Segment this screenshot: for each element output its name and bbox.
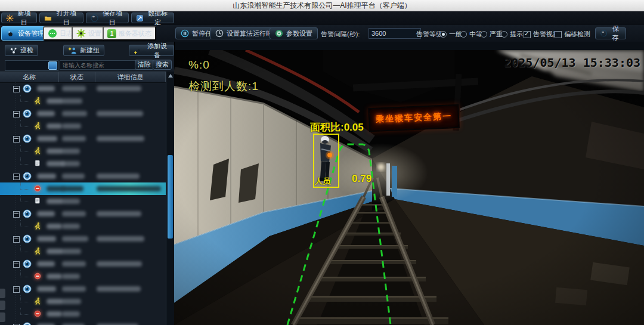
device-table-header: 名称 状态 详细信息	[0, 72, 166, 83]
new-group-button[interactable]: 新建组	[63, 45, 104, 56]
param-gear-icon	[275, 29, 283, 38]
alarm-level-radio-hint[interactable]: 提示	[501, 30, 523, 39]
tree-group-row[interactable]	[0, 82, 166, 95]
expand-toggle-icon[interactable]	[13, 286, 20, 293]
tree-device-row[interactable]	[0, 270, 166, 283]
checkbox-icon	[524, 31, 531, 38]
toolbar-band: 设备管理 日志 设置 1 服务器状态 暂停任务 设置算法运行时间 参数设置 告警…	[0, 25, 644, 42]
blurred-text	[47, 311, 62, 317]
expand-toggle-icon[interactable]	[13, 211, 20, 218]
alarm-level-radio-medium[interactable]: 中等	[460, 30, 482, 39]
tab-device-management[interactable]: 设备管理	[1, 26, 48, 41]
blurred-text	[47, 148, 63, 154]
tree-device-row[interactable]	[0, 95, 166, 107]
blurred-text	[47, 249, 63, 254]
tree-group-row[interactable]	[0, 283, 166, 295]
blurred-text	[62, 161, 80, 166]
blurred-text	[37, 174, 56, 179]
alarm-level-radio-general[interactable]: 一般	[440, 30, 462, 39]
column-status: 状态	[59, 72, 95, 82]
inspect-icon	[10, 47, 18, 55]
add-device-button[interactable]: 添加设备	[129, 45, 174, 56]
tab-log-label: 日志	[60, 29, 73, 38]
radio-icon	[481, 31, 487, 38]
alarm-icon	[33, 309, 42, 318]
blurred-text	[62, 174, 85, 179]
blurred-text	[62, 249, 81, 254]
search-label: 搜索	[156, 60, 169, 69]
tab-settings[interactable]: 设置	[72, 26, 106, 41]
blurred-text	[37, 86, 55, 91]
offset-detect-checkbox[interactable]: 偏移检测	[555, 30, 590, 39]
person-icon	[33, 222, 42, 230]
alarm-video-checkbox[interactable]: 告警视频	[524, 30, 559, 39]
expand-toggle-icon[interactable]	[13, 86, 20, 92]
tree-group-row[interactable]	[0, 258, 166, 270]
param-settings-button[interactable]: 参数设置	[270, 27, 318, 39]
blurred-text	[62, 148, 80, 154]
save-sphere-icon	[600, 29, 607, 38]
alarm-icon	[33, 184, 42, 193]
person-icon	[33, 297, 42, 305]
tree-connector	[20, 120, 29, 127]
tree-group-row[interactable]	[0, 107, 166, 120]
alarm-interval-input[interactable]	[369, 28, 421, 39]
scroll-up-icon[interactable]	[168, 74, 173, 78]
tree-group-row[interactable]	[0, 208, 166, 220]
tree-group-row[interactable]	[0, 233, 166, 245]
blurred-text	[37, 261, 55, 267]
save-label: 保存	[610, 24, 621, 42]
expand-toggle-icon[interactable]	[13, 174, 20, 180]
person-icon	[33, 147, 42, 155]
tree-device-row[interactable]	[0, 195, 166, 208]
tree-device-row[interactable]	[0, 157, 166, 170]
new-group-icon	[68, 47, 78, 55]
expand-toggle-icon[interactable]	[13, 261, 20, 268]
blurred-text	[62, 136, 86, 141]
clear-button[interactable]: 清除	[135, 60, 154, 70]
alarm-level-hint-label: 提示	[510, 30, 523, 39]
tree-device-row[interactable]	[0, 220, 166, 233]
tree-group-row[interactable]	[0, 170, 166, 182]
expand-toggle-icon[interactable]	[13, 236, 20, 243]
edge-tab[interactable]	[0, 301, 5, 310]
open-project-button[interactable]: 打开项目	[39, 13, 83, 23]
tab-device-management-label: 设备管理	[18, 29, 44, 38]
tree-device-row[interactable]	[0, 182, 166, 195]
expand-toggle-icon[interactable]	[13, 111, 20, 117]
tree-scrollbar[interactable]	[166, 72, 174, 325]
save-button[interactable]: 保存	[595, 27, 626, 39]
alarm-interval-label: 告警间隔(秒):	[321, 30, 360, 39]
log-bubble-icon	[48, 29, 57, 38]
save-project-button[interactable]: 保存项目	[86, 13, 129, 23]
blurred-text	[62, 186, 83, 191]
alarm-level-radio-severe[interactable]: 严重	[481, 30, 503, 39]
group-dropdown[interactable]	[5, 60, 58, 71]
data-calibration-button[interactable]: 数据标定	[131, 13, 174, 23]
tree-group-row[interactable]	[0, 132, 166, 145]
blurred-text	[62, 261, 86, 267]
tab-server-status[interactable]: 1 服务器状态	[103, 26, 156, 41]
gear-icon	[76, 29, 86, 38]
blurred-text	[97, 211, 141, 216]
tree-connector	[20, 220, 29, 227]
search-button[interactable]: 搜索	[153, 60, 172, 70]
tree-device-row[interactable]	[0, 145, 166, 157]
edge-tab[interactable]	[0, 312, 5, 322]
tree-device-row[interactable]	[0, 245, 166, 258]
blurred-text	[47, 98, 63, 104]
expand-toggle-icon[interactable]	[13, 136, 20, 143]
tree-device-row[interactable]	[0, 308, 166, 320]
blurred-text	[62, 199, 80, 204]
search-input[interactable]	[60, 60, 136, 70]
blurred-text	[37, 111, 55, 116]
blurred-text	[97, 111, 143, 116]
new-project-button[interactable]: 新项目	[1, 13, 37, 23]
tree-device-row[interactable]	[0, 295, 166, 308]
scrollbar-thumb[interactable]	[168, 155, 173, 239]
tree-device-row[interactable]	[0, 120, 166, 132]
tree-group-row[interactable]	[0, 320, 166, 325]
edge-tab[interactable]	[0, 289, 5, 298]
percent-osd-text: %:0	[188, 58, 210, 72]
inspect-button[interactable]: 巡检	[5, 45, 38, 56]
